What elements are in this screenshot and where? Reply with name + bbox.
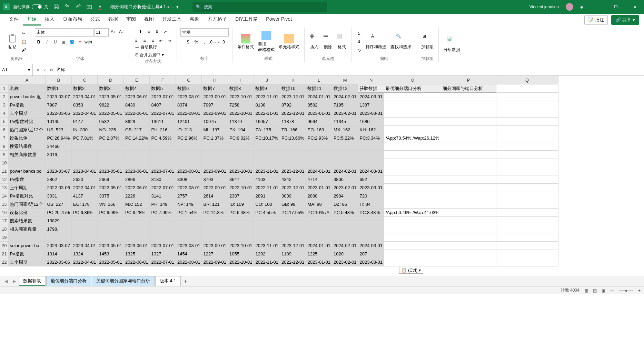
- conditional-format-button[interactable]: 条件格式: [236, 32, 255, 51]
- add-sheet-button[interactable]: +: [181, 278, 190, 284]
- cell-K11[interactable]: 2023-12-01: [280, 167, 306, 175]
- cell-K15[interactable]: GB: 98: [280, 200, 306, 209]
- cell-M20[interactable]: 2024-02-01: [332, 242, 358, 250]
- cell-H13[interactable]: 2022-09-01: [202, 184, 228, 192]
- cell-B22[interactable]: 2022-03-06: [46, 258, 72, 266]
- fx-icon[interactable]: fx: [50, 68, 53, 72]
- cell-H8[interactable]: [202, 142, 228, 151]
- cell-L6[interactable]: EG: 163: [306, 126, 332, 134]
- search-box[interactable]: 🔍 搜索: [192, 2, 327, 12]
- cell-Q21[interactable]: [496, 250, 558, 258]
- cell-N15[interactable]: IT: 84: [358, 200, 384, 209]
- cell-G14[interactable]: 2757: [176, 192, 202, 200]
- merge-button[interactable]: ⊞ 合并后居中 ▾: [135, 52, 173, 58]
- cell-D6[interactable]: NG: 225: [98, 126, 124, 134]
- cell-P13[interactable]: [441, 184, 496, 192]
- cell-H17[interactable]: [202, 217, 228, 225]
- cell-P12[interactable]: [441, 175, 496, 184]
- addins-button[interactable]: ⊞加载项: [420, 32, 435, 51]
- cell-H19[interactable]: [202, 233, 228, 242]
- cell-C4[interactable]: 2022-04-01: [71, 109, 98, 118]
- cell-B21[interactable]: 1314: [46, 250, 72, 258]
- cell-L20[interactable]: 2024-01-01: [306, 242, 332, 250]
- cell-M3[interactable]: 7195: [332, 101, 358, 109]
- cell-N20[interactable]: 2024-03-01: [358, 242, 384, 250]
- col-header-M[interactable]: M: [332, 76, 358, 84]
- cell-F11[interactable]: 2023-07-01: [150, 167, 176, 175]
- cell-O16[interactable]: /App:50.49% /Wap:41.03%: [384, 209, 441, 217]
- analyze-data-button[interactable]: 📊分析数据: [442, 35, 462, 54]
- sheet-nav-right[interactable]: ▶: [10, 279, 18, 284]
- view-page-icon[interactable]: ▤: [593, 288, 597, 293]
- cell-J2[interactable]: 2023-11-01: [254, 93, 280, 101]
- font-name-combo[interactable]: [35, 28, 93, 37]
- font-color-icon[interactable]: A: [97, 4, 103, 10]
- cell-Q2[interactable]: [496, 93, 558, 101]
- cell-A4[interactable]: 上个周期: [8, 109, 46, 118]
- cell-B6[interactable]: US: 523: [46, 126, 72, 134]
- cell-J1[interactable]: 数据9: [254, 84, 280, 93]
- cell-D14[interactable]: 3375: [98, 192, 124, 200]
- cell-L7[interactable]: PC:2.93%: [306, 134, 332, 142]
- cell-J11[interactable]: 2023-11-01: [254, 167, 280, 175]
- cell-I16[interactable]: PC:6.48%: [228, 209, 254, 217]
- cell-Q5[interactable]: [496, 118, 558, 126]
- cut-icon[interactable]: ✂: [20, 30, 28, 37]
- cell-H3[interactable]: 7997: [202, 101, 228, 109]
- cell-O13[interactable]: [384, 184, 441, 192]
- cell-D15[interactable]: VN: 166: [98, 200, 124, 209]
- row-header-13[interactable]: 13: [0, 184, 8, 192]
- row-header-16[interactable]: 16: [0, 209, 8, 217]
- cell-C17[interactable]: [71, 217, 98, 225]
- cell-E13[interactable]: 2022-06-01: [123, 184, 150, 192]
- cell-E5[interactable]: 8629: [123, 118, 150, 126]
- cell-N13[interactable]: 2023-03-01: [358, 184, 384, 192]
- cell-E10[interactable]: [123, 159, 150, 167]
- ribbon-tab-DIY工具箱[interactable]: DIY工具箱: [231, 14, 262, 26]
- cell-K13[interactable]: 2022-12-01: [280, 184, 306, 192]
- cell-M2[interactable]: 2024-02-01: [332, 93, 358, 101]
- autosum-icon[interactable]: Σ: [355, 30, 363, 37]
- cell-I12[interactable]: 3647: [228, 175, 254, 184]
- cell-L16[interactable]: PC:10% /A: [306, 209, 332, 217]
- zoom-out-button[interactable]: —: [610, 288, 614, 293]
- sheet-tab-0[interactable]: 数据获取: [19, 276, 46, 286]
- cell-E11[interactable]: 2023-06-01: [123, 167, 150, 175]
- cell-I14[interactable]: 2387: [228, 192, 254, 200]
- cell-E19[interactable]: [123, 233, 150, 242]
- cell-H21[interactable]: 1227: [202, 250, 228, 258]
- minimize-button[interactable]: —: [590, 1, 603, 13]
- cell-H20[interactable]: 2023-09-01: [202, 242, 228, 250]
- cell-O7[interactable]: /App:70.54% /Wap:26.12%: [384, 134, 441, 142]
- cell-Q9[interactable]: [496, 151, 558, 159]
- cell-Q19[interactable]: [496, 233, 558, 242]
- cell-H1[interactable]: 数据7: [202, 84, 228, 93]
- cell-H18[interactable]: [202, 225, 228, 233]
- cell-C6[interactable]: IN: 330: [71, 126, 98, 134]
- cell-P3[interactable]: [441, 101, 496, 109]
- cell-O5[interactable]: [384, 118, 441, 126]
- cell-E9[interactable]: [123, 151, 150, 159]
- cell-J21[interactable]: 1292: [254, 250, 280, 258]
- filename[interactable]: 细分词端口分析处理工具4.1.xl... ▾: [110, 4, 179, 10]
- cell-I13[interactable]: 2022-10-01: [228, 184, 254, 192]
- cell-C8[interactable]: [71, 142, 98, 151]
- cell-Q8[interactable]: [496, 142, 558, 151]
- cell-B16[interactable]: PC:20.75%: [46, 209, 72, 217]
- cell-B9[interactable]: 3016,: [46, 151, 72, 159]
- cell-D8[interactable]: [98, 142, 124, 151]
- cell-J22[interactable]: 2022-11-01: [254, 258, 280, 266]
- cell-L1[interactable]: 数据11: [306, 84, 332, 93]
- cell-M18[interactable]: [332, 225, 358, 233]
- cell-M19[interactable]: [332, 233, 358, 242]
- cell-J7[interactable]: PC:10.17%: [254, 134, 280, 142]
- cell-F20[interactable]: 2023-07-01: [150, 242, 176, 250]
- cell-K2[interactable]: 2023-12-01: [280, 93, 306, 101]
- cell-J10[interactable]: [254, 159, 280, 167]
- cell-F3[interactable]: 8407: [150, 101, 176, 109]
- col-header-I[interactable]: I: [228, 76, 254, 84]
- increase-indent-icon[interactable]: ⇥: [166, 37, 173, 44]
- cell-F17[interactable]: [150, 217, 176, 225]
- cell-N11[interactable]: 2024-03-01: [358, 167, 384, 175]
- cell-M8[interactable]: [332, 142, 358, 151]
